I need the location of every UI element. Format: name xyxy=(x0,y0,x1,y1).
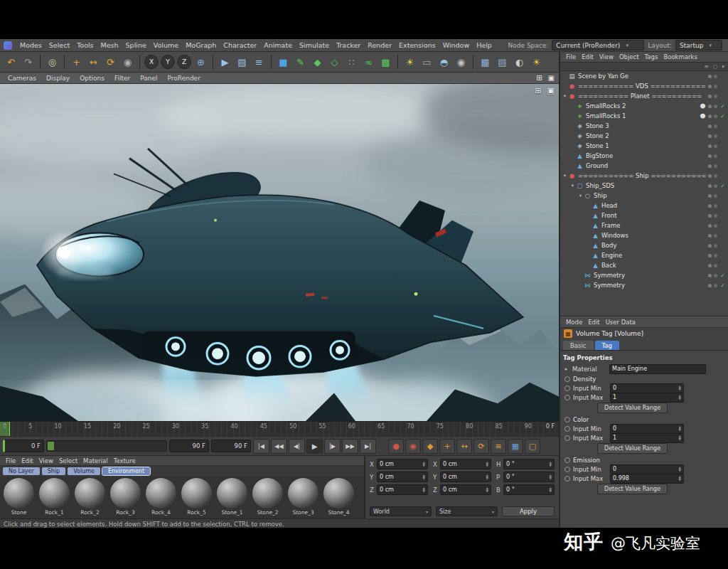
object-row-smallrocks-2[interactable]: ∗SmallRocks 2☻✓ xyxy=(560,101,728,111)
material-preview-sphere[interactable] xyxy=(4,478,34,509)
material-menu-texture[interactable]: Texture xyxy=(111,457,139,464)
redo-icon[interactable]: ↷ xyxy=(20,54,36,70)
visibility-dot-render[interactable] xyxy=(714,244,717,248)
visibility-dot-render[interactable] xyxy=(714,274,717,277)
enabled-check-icon[interactable]: ✓ xyxy=(719,133,726,139)
material-item-stone-4[interactable]: Stone_4 xyxy=(322,478,355,517)
spinner-icon[interactable]: ▲▼ xyxy=(423,487,425,493)
pan-view-icon[interactable]: ⊞ xyxy=(535,86,541,95)
toggle-views-icon[interactable]: ▣ xyxy=(548,74,555,82)
enabled-check-icon[interactable]: ✓ xyxy=(719,73,726,80)
spinner-icon[interactable]: ▲▼ xyxy=(486,462,488,467)
object-row-smallrocks-1[interactable]: ∗SmallRocks 1☻✓ xyxy=(560,111,728,121)
object-row-ship[interactable]: ▾●=========== Ship ===========✓ xyxy=(560,171,728,181)
spinner-icon[interactable]: ▲▼ xyxy=(679,395,681,400)
record-scale-button[interactable]: ↔ xyxy=(456,439,472,454)
spinner-icon[interactable]: ▲▼ xyxy=(550,487,552,493)
material-preview-sphere[interactable] xyxy=(146,478,176,509)
material-menu-material[interactable]: Material xyxy=(80,457,111,464)
spinner-icon[interactable]: ▲▼ xyxy=(679,385,681,391)
light-icon[interactable]: ☀ xyxy=(402,54,418,70)
param-row-emission-input-min[interactable]: Input Min0▲▼ xyxy=(563,464,725,474)
visibility-dot-render[interactable] xyxy=(714,115,717,118)
material-preview-sphere[interactable] xyxy=(39,478,70,509)
material-menu-select[interactable]: Select xyxy=(56,457,80,464)
material-preview-sphere[interactable] xyxy=(288,478,318,509)
material-preview-sphere[interactable] xyxy=(323,478,354,509)
visibility-dot-editor[interactable] xyxy=(708,244,712,248)
material-menu-edit[interactable]: Edit xyxy=(18,457,36,464)
material-preview-sphere[interactable] xyxy=(217,478,247,509)
material-item-stone-3[interactable]: Stone_3 xyxy=(287,478,320,517)
param-row-density-input-min[interactable]: Input Min0▲▼ xyxy=(563,383,725,393)
enabled-check-icon[interactable]: ✓ xyxy=(719,252,726,259)
object-row-symmetry[interactable]: ⋈Symmetry✓ xyxy=(560,270,728,280)
object-manager-menu-view[interactable]: View xyxy=(596,53,616,60)
enabled-check-icon[interactable]: ✓ xyxy=(719,213,726,219)
enabled-check-icon[interactable]: ✓ xyxy=(719,223,726,229)
pen-tool-icon[interactable]: ✎ xyxy=(292,54,309,70)
render-settings-icon[interactable]: ≡ xyxy=(251,54,267,70)
visibility-dot-editor[interactable] xyxy=(708,154,712,158)
lamp-icon[interactable]: ☀ xyxy=(528,54,545,70)
layer-tab-volume[interactable]: Volume xyxy=(68,467,100,475)
visibility-dot-render[interactable] xyxy=(714,234,717,238)
spinner-icon[interactable]: ▲▼ xyxy=(679,467,681,472)
spinner-icon[interactable]: ▲▼ xyxy=(486,487,488,493)
coordinate-field-1-x[interactable]: 0 cm▲▼ xyxy=(440,459,491,469)
person-icon[interactable]: ☻ xyxy=(700,113,706,119)
visibility-dot-render[interactable] xyxy=(714,264,717,267)
menu-window[interactable]: Window xyxy=(439,41,473,49)
animation-dot-icon[interactable] xyxy=(564,467,570,472)
visibility-dot-render[interactable] xyxy=(714,154,717,158)
visibility-dot-editor[interactable] xyxy=(708,105,712,108)
param-field-color-input-max[interactable]: 1▲▼ xyxy=(610,433,684,443)
visibility-dot-render[interactable] xyxy=(714,224,717,228)
enabled-check-icon[interactable]: ✓ xyxy=(719,143,726,149)
coordinate-field-1-y[interactable]: 0 cm▲▼ xyxy=(440,472,491,482)
group-row-density[interactable]: Density xyxy=(563,374,725,383)
viewport-menu-cameras[interactable]: Cameras xyxy=(4,75,40,82)
visibility-dot-editor[interactable] xyxy=(708,204,712,208)
visibility-dot-render[interactable] xyxy=(714,254,717,257)
play-button[interactable]: ▶ xyxy=(306,439,323,454)
autokey-button[interactable]: ◉ xyxy=(405,439,421,454)
material-item-rock-4[interactable]: Rock_4 xyxy=(144,478,178,517)
visibility-dot-render[interactable] xyxy=(714,144,717,148)
viewport-menu-panel[interactable]: Panel xyxy=(136,75,161,82)
enabled-check-icon[interactable]: ✓ xyxy=(719,163,726,169)
viewport-menu-filter[interactable]: Filter xyxy=(111,75,134,82)
detect-value-range-button[interactable]: Detect Value Range xyxy=(597,484,668,494)
enabled-check-icon[interactable]: ✓ xyxy=(719,83,726,90)
object-row-planet[interactable]: ▾●========== Planet ==========✓ xyxy=(560,91,728,101)
snap-grid-icon[interactable]: ▦ xyxy=(477,54,493,70)
spinner-icon[interactable]: ▲▼ xyxy=(550,462,552,467)
attr-tab-basic[interactable]: Basic xyxy=(563,341,594,350)
viewport-menu-options[interactable]: Options xyxy=(76,75,108,82)
object-row-engine[interactable]: ▲Engine✓ xyxy=(560,250,728,260)
workplane-icon[interactable]: ▤ xyxy=(494,54,510,70)
menu-animate[interactable]: Animate xyxy=(260,41,296,49)
object-row-windows[interactable]: ▲Windows✓ xyxy=(560,230,728,240)
visibility-dot-render[interactable] xyxy=(714,214,717,218)
param-row-density-input-max[interactable]: Input Max1▲▼ xyxy=(563,393,725,402)
apply-button[interactable]: Apply xyxy=(502,506,555,516)
object-row-head[interactable]: ▲Head✓ xyxy=(560,201,728,211)
enabled-check-icon[interactable]: ✓ xyxy=(719,153,726,159)
attribute-menu-mode[interactable]: Mode xyxy=(563,319,585,326)
person-icon[interactable]: ☻ xyxy=(700,103,706,110)
object-row-ground[interactable]: ▲Ground✓ xyxy=(560,161,728,171)
enabled-check-icon[interactable]: ✓ xyxy=(719,193,726,199)
coordinate-space-select[interactable]: World ▾ xyxy=(370,506,432,516)
coordinate-field-2-p[interactable]: 0 °▲▼ xyxy=(503,472,555,482)
timeline-ruler[interactable]: 051015202530354045505560657075808590 0 F xyxy=(0,421,559,436)
enabled-check-icon[interactable]: ✓ xyxy=(719,203,726,209)
enabled-check-icon[interactable]: ✓ xyxy=(719,262,726,269)
object-row-stone-3[interactable]: ◈Stone 3✓ xyxy=(560,121,728,131)
material-menu-view[interactable]: View xyxy=(36,457,56,464)
param-row-color-input-min[interactable]: Input Min0▲▼ xyxy=(563,424,725,433)
coordinate-field-0-x[interactable]: 0 cm▲▼ xyxy=(377,459,428,469)
expand-icon[interactable]: ▾ xyxy=(562,93,568,99)
spinner-icon[interactable]: ▲▼ xyxy=(679,476,681,482)
keyframe-selection-button[interactable]: ◆ xyxy=(422,439,438,454)
